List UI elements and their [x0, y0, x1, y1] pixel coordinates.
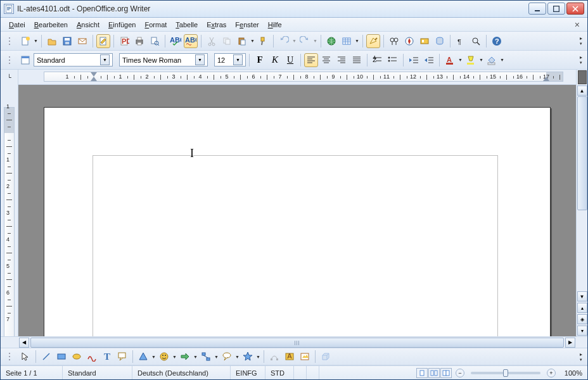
zoom-button[interactable]	[469, 34, 483, 48]
window-close-button[interactable]	[566, 3, 584, 15]
status-insert-mode[interactable]: EINFG	[231, 366, 265, 379]
close-document-button[interactable]: ×	[571, 20, 584, 30]
help-button[interactable]: ?	[490, 34, 504, 48]
zoom-in-button[interactable]: +	[547, 369, 556, 377]
zoom-percent[interactable]: 100%	[557, 366, 587, 379]
print-preview-button[interactable]	[148, 34, 162, 48]
status-selection-mode[interactable]: STD	[265, 366, 294, 379]
bold-button[interactable]: F	[253, 53, 267, 67]
toolbar-overflow-button[interactable]: ▸▾	[577, 35, 585, 46]
multi-page-view-button[interactable]	[428, 368, 440, 378]
copy-button[interactable]	[220, 34, 234, 48]
line-tool-button[interactable]	[39, 350, 53, 364]
callout-tool-button[interactable]	[115, 350, 129, 364]
ruler-corner[interactable]: └	[1, 70, 18, 85]
scroll-left-button[interactable]: ◀	[19, 338, 29, 348]
undo-dropdown[interactable]: ▼	[292, 34, 297, 48]
styles-window-button[interactable]	[18, 53, 32, 67]
paste-dropdown[interactable]: ▼	[250, 34, 255, 48]
window-minimize-button[interactable]	[528, 3, 546, 15]
toolbar-overflow-button[interactable]: ▸▾	[577, 352, 585, 362]
toolbar-overflow-button[interactable]: ▸▾	[577, 54, 585, 65]
symbol-shapes-dropdown[interactable]: ▼	[172, 350, 177, 364]
ellipse-tool-button[interactable]	[70, 350, 84, 364]
zoom-slider-knob[interactable]	[503, 369, 508, 377]
insert-table-dropdown[interactable]: ▼	[355, 34, 359, 48]
text-body-frame[interactable]	[93, 155, 498, 336]
toolbar-grip[interactable]	[3, 53, 17, 67]
font-color-button[interactable]: A	[443, 53, 457, 67]
status-page[interactable]: Seite 1 / 1	[1, 366, 63, 379]
paste-button[interactable]	[235, 34, 249, 48]
status-signature[interactable]	[307, 366, 319, 379]
status-modified-indicator[interactable]	[294, 366, 307, 379]
block-arrows-button[interactable]	[178, 350, 192, 364]
zoom-slider[interactable]	[471, 372, 540, 374]
background-color-dropdown[interactable]: ▼	[500, 53, 504, 67]
mail-button[interactable]	[75, 34, 89, 48]
document-area[interactable]: I	[18, 85, 576, 336]
page[interactable]: I	[44, 107, 551, 336]
highlight-color-button[interactable]	[464, 53, 478, 67]
background-color-button[interactable]	[485, 53, 499, 67]
window-maximize-button[interactable]	[547, 3, 565, 15]
scroll-up-button[interactable]: ▲	[577, 86, 587, 96]
book-view-button[interactable]	[440, 368, 452, 378]
extrusion-button[interactable]	[319, 350, 333, 364]
dropdown-arrow-icon[interactable]: ▼	[195, 54, 205, 65]
new-document-button[interactable]	[18, 34, 32, 48]
symbol-shapes-button[interactable]	[157, 350, 171, 364]
undo-button[interactable]	[277, 34, 291, 48]
align-left-button[interactable]	[304, 53, 318, 67]
insert-table-button[interactable]	[340, 34, 354, 48]
spellcheck-button[interactable]: ABC	[169, 34, 182, 48]
horizontal-scroll-thumb[interactable]: |||	[30, 338, 564, 348]
menu-einfuegen[interactable]: Einfügen	[104, 20, 140, 30]
highlight-color-dropdown[interactable]: ▼	[479, 53, 483, 67]
flowchart-button[interactable]	[199, 350, 213, 364]
basic-shapes-button[interactable]	[136, 350, 150, 364]
find-replace-button[interactable]	[387, 34, 401, 48]
menu-bearbeiten[interactable]: Bearbeiten	[30, 20, 72, 30]
points-edit-button[interactable]	[267, 350, 281, 364]
menu-ansicht[interactable]: Ansicht	[72, 20, 104, 30]
cut-button[interactable]	[205, 34, 219, 48]
redo-dropdown[interactable]: ▼	[313, 34, 317, 48]
previous-page-button[interactable]: ▴	[577, 303, 587, 313]
align-center-button[interactable]	[319, 53, 333, 67]
stars-button[interactable]	[241, 350, 255, 364]
status-style[interactable]: Standard	[63, 366, 132, 379]
menu-tabelle[interactable]: Tabelle	[171, 20, 202, 30]
font-color-dropdown[interactable]: ▼	[458, 53, 463, 67]
dropdown-arrow-icon[interactable]: ▼	[233, 54, 243, 65]
vertical-scroll-thumb[interactable]	[577, 96, 587, 210]
stars-dropdown[interactable]: ▼	[256, 350, 260, 364]
new-document-dropdown[interactable]: ▼	[34, 34, 38, 48]
callouts-dropdown[interactable]: ▼	[235, 350, 240, 364]
toolbar-grip[interactable]	[3, 350, 17, 364]
save-button[interactable]	[60, 34, 74, 48]
print-button[interactable]	[132, 34, 146, 48]
redo-button[interactable]	[298, 34, 312, 48]
align-right-button[interactable]	[335, 53, 348, 67]
text-frame-button[interactable]: T	[100, 350, 114, 364]
basic-shapes-dropdown[interactable]: ▼	[151, 350, 156, 364]
data-sources-button[interactable]	[433, 34, 447, 48]
italic-button[interactable]: K	[268, 53, 282, 67]
paragraph-style-select[interactable]: Standard ▼	[34, 53, 113, 66]
decrease-indent-button[interactable]	[407, 53, 421, 67]
zoom-out-button[interactable]: −	[456, 369, 464, 377]
next-page-button[interactable]: ▾	[577, 326, 587, 336]
from-file-button[interactable]	[298, 350, 312, 364]
dropdown-arrow-icon[interactable]: ▼	[100, 54, 110, 65]
navigation-toolbox-button[interactable]: ◈	[577, 314, 587, 324]
navigator-button[interactable]	[402, 34, 416, 48]
vertical-ruler[interactable]: 11234567	[4, 107, 15, 336]
freeform-line-button[interactable]	[85, 350, 99, 364]
single-page-view-button[interactable]	[416, 368, 428, 378]
callouts-button[interactable]	[220, 350, 234, 364]
horizontal-scrollbar[interactable]: ◀ ||| ▶	[1, 336, 587, 348]
export-pdf-button[interactable]: PDF	[117, 34, 131, 48]
horizontal-scroll-track[interactable]: |||	[30, 338, 564, 348]
show-draw-functions-button[interactable]	[366, 34, 380, 48]
